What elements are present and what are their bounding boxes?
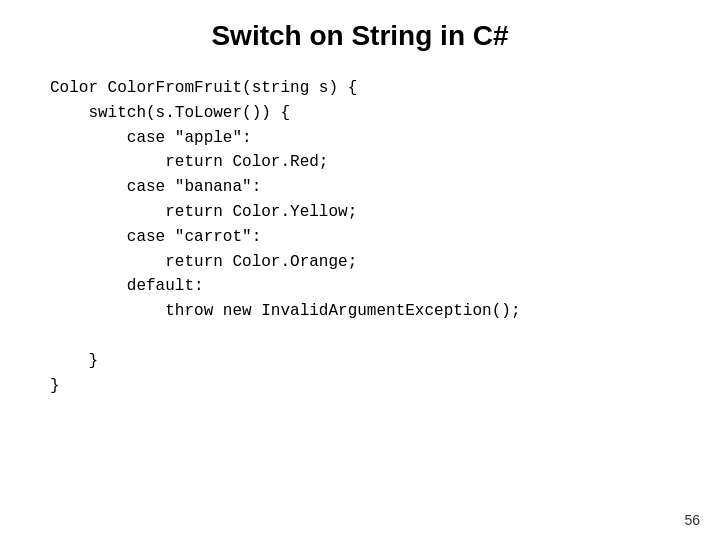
code-block: Color ColorFromFruit(string s) { switch(… [30, 76, 690, 398]
code-line: switch(s.ToLower()) { [50, 101, 690, 126]
code-line: case "banana": [50, 175, 690, 200]
code-line: } [50, 374, 690, 399]
code-line: return Color.Yellow; [50, 200, 690, 225]
slide-title: Switch on String in C# [211, 20, 508, 52]
code-line: return Color.Red; [50, 150, 690, 175]
page-number: 56 [684, 512, 700, 528]
slide-container: Switch on String in C# Color ColorFromFr… [0, 0, 720, 540]
code-line: case "carrot": [50, 225, 690, 250]
code-line: case "apple": [50, 126, 690, 151]
code-line: throw new InvalidArgumentException(); [50, 299, 690, 324]
code-line: default: [50, 274, 690, 299]
code-line: Color ColorFromFruit(string s) { [50, 76, 690, 101]
code-line: } [50, 349, 690, 374]
code-line [50, 324, 690, 349]
code-line: return Color.Orange; [50, 250, 690, 275]
